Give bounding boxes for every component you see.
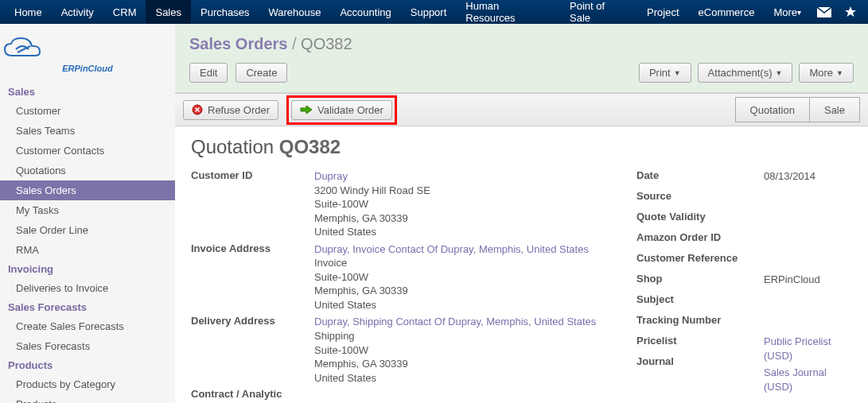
sidebar-item-customer-contacts[interactable]: Customer Contacts: [0, 141, 175, 161]
field-value: Dupray3200 Windy Hill Road SESuite-100WM…: [314, 169, 621, 239]
status-bar: Refuse Order Validate Order QuotationSal…: [175, 93, 868, 126]
logo: ERPinCloud: [0, 30, 175, 83]
record-title-code: QO382: [279, 136, 341, 157]
field-label: Subject: [636, 293, 756, 311]
nav-human-resources[interactable]: Human Resources: [456, 0, 560, 24]
breadcrumb-current: QO382: [301, 35, 352, 52]
sidebar-item-quotations[interactable]: Quotations: [0, 161, 175, 180]
sidebar-header-sales-forecasts: Sales Forecasts: [0, 298, 175, 316]
logo-text: ERPinCloud: [0, 64, 175, 73]
print-dropdown[interactable]: Print▼: [639, 63, 691, 83]
field-label: Tracking Number: [636, 314, 756, 331]
nav-accounting[interactable]: Accounting: [330, 0, 400, 24]
validate-highlight: Validate Order: [286, 95, 397, 125]
field-label: Pricelist: [636, 335, 756, 352]
nav-project[interactable]: Project: [637, 0, 688, 24]
sidebar-header-products: Products: [0, 356, 175, 374]
sidebar-item-rma[interactable]: RMA: [0, 240, 175, 260]
record-title-label: Quotation: [191, 136, 274, 157]
breadcrumb-root[interactable]: Sales Orders: [189, 35, 287, 52]
field-value: [314, 388, 621, 403]
sidebar-item-my-tasks[interactable]: My Tasks: [0, 200, 175, 220]
field-label: Customer ID: [191, 169, 306, 239]
nav-support[interactable]: Support: [401, 0, 457, 24]
sidebar-item-products[interactable]: Products: [0, 394, 175, 403]
refuse-label: Refuse Order: [208, 104, 270, 116]
field-value: [764, 293, 852, 311]
left-column: Customer IDInvoice AddressDelivery Addre…: [191, 169, 621, 403]
top-navigation: HomeActivityCRMSalesPurchasesWarehouseAc…: [0, 0, 868, 24]
sidebar-item-customer[interactable]: Customer: [0, 101, 175, 121]
field-value: 08/13/2014: [764, 169, 852, 187]
link[interactable]: Dupray: [314, 170, 348, 182]
field-value: ERPinCloud: [764, 273, 852, 290]
sidebar-item-deliveries-to-invoice[interactable]: Deliveries to Invoice: [0, 278, 175, 298]
nav-warehouse[interactable]: Warehouse: [259, 0, 330, 24]
field-value: Dupray, Invoice Contact Of Dupray, Memph…: [314, 242, 621, 312]
right-column: DateSourceQuote ValidityAmazon Order IDC…: [636, 169, 852, 403]
stage-quotation[interactable]: Quotation: [735, 97, 810, 122]
field-value: Dupray, Shipping Contact Of Dupray, Memp…: [314, 315, 621, 385]
refuse-order-button[interactable]: Refuse Order: [183, 100, 278, 120]
more-label: More: [809, 67, 833, 79]
field-value: [764, 190, 852, 207]
field-label: Contract / Analytic: [191, 388, 306, 404]
link[interactable]: Dupray, Invoice Contact Of Dupray, Memph…: [314, 243, 589, 255]
nav-more[interactable]: More ▾: [764, 0, 811, 24]
sidebar-item-create-sales-forecasts[interactable]: Create Sales Forecasts: [0, 316, 175, 336]
caret-down-icon: ▼: [674, 69, 681, 77]
layout: ERPinCloud SalesCustomerSales TeamsCusto…: [0, 24, 868, 403]
nav-purchases[interactable]: Purchases: [191, 0, 259, 24]
validate-arrow-icon: [300, 104, 313, 115]
messages-icon[interactable]: [811, 0, 838, 24]
sidebar-item-sales-orders[interactable]: Sales Orders: [0, 180, 175, 200]
attachments-dropdown[interactable]: Attachment(s)▼: [698, 63, 793, 83]
nav-activity[interactable]: Activity: [52, 0, 103, 24]
nav-ecommerce[interactable]: eCommerce: [689, 0, 765, 24]
edit-button[interactable]: Edit: [189, 63, 228, 83]
field-value: [764, 252, 852, 269]
form-grid: Customer IDInvoice AddressDelivery Addre…: [191, 169, 852, 403]
link[interactable]: Sales Journal (USD): [764, 366, 827, 393]
nav-home[interactable]: Home: [5, 0, 52, 24]
more-dropdown[interactable]: More▼: [799, 63, 854, 83]
stage-sale[interactable]: Sale: [809, 97, 860, 122]
field-value: [764, 231, 852, 249]
caret-down-icon: ▼: [836, 69, 843, 77]
sidebar-item-sales-forecasts[interactable]: Sales Forecasts: [0, 336, 175, 356]
sidebar-item-products-by-category[interactable]: Products by Category: [0, 374, 175, 394]
field-value: Public Pricelist (USD): [764, 335, 852, 362]
attachments-label: Attachment(s): [708, 67, 773, 79]
field-label: Source: [636, 190, 756, 207]
link[interactable]: Dupray, Shipping Contact Of Dupray, Memp…: [314, 316, 596, 327]
sidebar: ERPinCloud SalesCustomerSales TeamsCusto…: [0, 24, 175, 403]
link[interactable]: Public Pricelist (USD): [764, 335, 831, 362]
refuse-icon: [192, 104, 203, 115]
field-label: Invoice Address: [191, 242, 306, 312]
sidebar-header-invoicing: Invoicing: [0, 260, 175, 278]
star-icon[interactable]: [838, 0, 863, 24]
field-label: Delivery Address: [191, 315, 306, 385]
nav-sales[interactable]: Sales: [146, 0, 191, 24]
field-label: Amazon Order ID: [636, 231, 756, 249]
toolbar: Edit Create Print▼ Attachment(s)▼ More▼: [189, 63, 854, 83]
create-button[interactable]: Create: [235, 63, 287, 83]
field-label: Quote Validity: [636, 211, 756, 228]
field-value: [764, 314, 852, 331]
caret-down-icon: ▼: [776, 69, 783, 77]
field-label: Date: [636, 169, 756, 187]
validate-order-button[interactable]: Validate Order: [291, 100, 392, 120]
nav-point-of-sale[interactable]: Point of Sale: [560, 0, 637, 24]
breadcrumb: Sales Orders / QO382: [189, 35, 854, 53]
field-value: Sales Journal (USD): [764, 366, 852, 393]
record-title: Quotation QO382: [191, 136, 852, 158]
record-content: Quotation QO382 Customer IDInvoice Addre…: [175, 126, 868, 403]
sidebar-header-sales: Sales: [0, 83, 175, 101]
print-label: Print: [649, 67, 671, 79]
nav-crm[interactable]: CRM: [103, 0, 146, 24]
sidebar-item-sales-teams[interactable]: Sales Teams: [0, 121, 175, 141]
field-value: [764, 211, 852, 228]
validate-label: Validate Order: [317, 104, 383, 116]
field-label: Customer Reference: [636, 252, 756, 269]
sidebar-item-sale-order-line[interactable]: Sale Order Line: [0, 220, 175, 240]
